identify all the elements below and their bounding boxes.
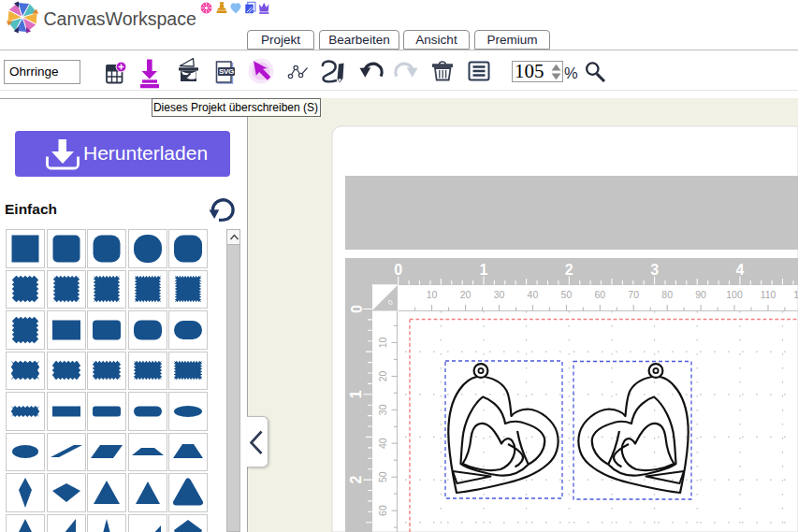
svg-text:90: 90 bbox=[695, 289, 706, 300]
svg-text:0: 0 bbox=[394, 262, 402, 278]
svg-text:20: 20 bbox=[460, 289, 472, 300]
svg-text:40: 40 bbox=[377, 438, 388, 449]
svg-text:40: 40 bbox=[528, 289, 539, 300]
svg-text:80: 80 bbox=[661, 289, 673, 300]
svg-text:120: 120 bbox=[793, 289, 798, 300]
svg-text:60: 60 bbox=[594, 289, 605, 300]
svg-text:1: 1 bbox=[480, 262, 488, 278]
svg-text:30: 30 bbox=[494, 289, 505, 300]
svg-text:20: 20 bbox=[377, 370, 388, 381]
svg-text:30: 30 bbox=[377, 404, 388, 415]
svg-text:4: 4 bbox=[735, 262, 744, 278]
svg-text:60: 60 bbox=[377, 505, 388, 516]
svg-text:1: 1 bbox=[349, 390, 365, 398]
svg-text:SVG: SVG bbox=[219, 67, 234, 76]
svg-text:10: 10 bbox=[427, 289, 438, 300]
svg-text:2: 2 bbox=[565, 262, 573, 278]
svg-text:110: 110 bbox=[761, 289, 776, 300]
svg-text:2: 2 bbox=[349, 476, 365, 484]
svg-text:50: 50 bbox=[561, 289, 573, 300]
svg-text:0: 0 bbox=[349, 305, 365, 313]
svg-text:70: 70 bbox=[628, 289, 639, 300]
svg-text:100: 100 bbox=[726, 289, 743, 300]
svg-text:3: 3 bbox=[650, 262, 659, 278]
svg-text:10: 10 bbox=[377, 337, 388, 348]
svg-text:50: 50 bbox=[377, 471, 388, 482]
